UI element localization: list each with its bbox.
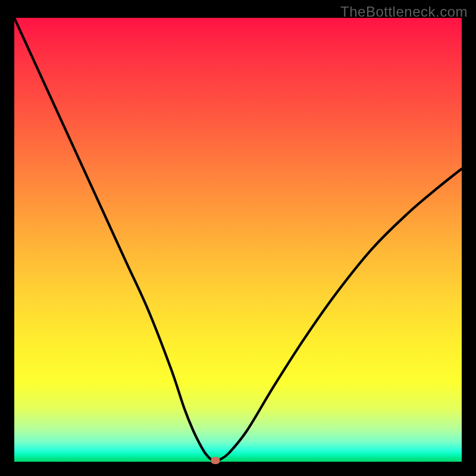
bottleneck-curve (14, 18, 462, 462)
watermark-text: TheBottleneck.com (340, 4, 468, 20)
minimum-marker (211, 457, 220, 464)
chart-frame: TheBottleneck.com (0, 0, 476, 476)
plot-area (14, 18, 462, 462)
